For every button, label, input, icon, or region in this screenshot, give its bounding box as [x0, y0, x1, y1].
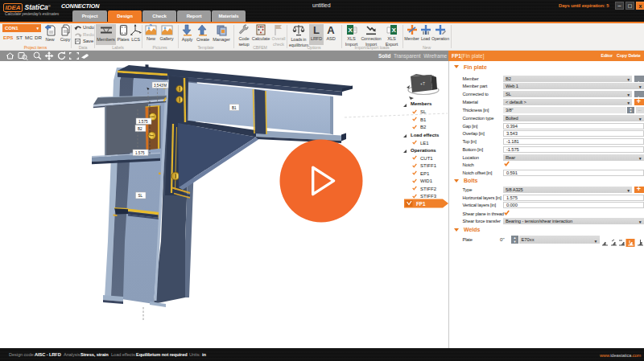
- svg-text:B2: B2: [138, 127, 142, 131]
- svg-text:B1: B1: [232, 106, 237, 110]
- svg-text:SL: SL: [138, 194, 143, 198]
- svg-text:1.575: 1.575: [135, 151, 145, 155]
- svg-text:X: X: [391, 27, 396, 34]
- svg-text:1.575: 1.575: [138, 120, 148, 124]
- svg-text:3,543'M: 3,543'M: [154, 84, 167, 88]
- svg-text:X: X: [348, 27, 353, 34]
